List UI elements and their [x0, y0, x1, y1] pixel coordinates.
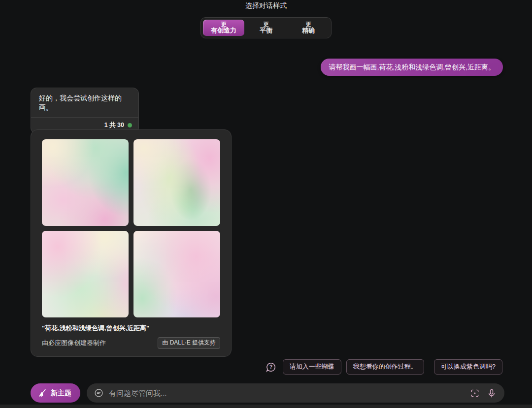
bing-chat-app: 选择对话样式 更 有创造力 更 平衡 更 精确 请帮我画一幅画,荷花,浅粉和浅绿… [0, 0, 532, 408]
microphone-button[interactable] [486, 387, 498, 399]
new-topic-label: 新主题 [51, 389, 71, 398]
suggestion-chip-purple[interactable]: 可以换成紫色调吗? [434, 359, 502, 375]
suggestion-chip-butterflies[interactable]: 请加入一些蝴蝶 [283, 359, 341, 375]
svg-text:?: ? [269, 364, 272, 370]
microphone-icon [487, 388, 497, 398]
new-topic-button[interactable]: 新主题 [31, 383, 80, 403]
generated-image-1[interactable] [42, 139, 129, 226]
status-dot [128, 123, 132, 127]
tab-creative-label: 有创造力 [211, 27, 236, 34]
help-button[interactable]: ? [266, 362, 276, 373]
generated-image-2[interactable] [133, 139, 220, 226]
tab-balanced[interactable]: 更 平衡 [245, 20, 287, 36]
tab-creative[interactable]: 更 有创造力 [203, 20, 244, 36]
help-bubble-icon: ? [266, 362, 276, 373]
bot-message-text: 好的，我会尝试创作这样的画。 [31, 88, 138, 117]
dalle-badge: 由 DALL·E 提供支持 [158, 337, 220, 349]
tab-precise[interactable]: 更 精确 [288, 20, 329, 36]
generated-image-4[interactable] [133, 231, 220, 317]
suggestion-chips-row: ? 请加入一些蝴蝶 我想看你的创作过程。 可以换成紫色调吗? [266, 359, 502, 375]
attribution-text: 由必应图像创建器制作 [42, 339, 106, 347]
suggestion-chip-process[interactable]: 我想看你的创作过程。 [346, 359, 424, 375]
bot-message-bubble: 好的，我会尝试创作这样的画。 1 共 30 [31, 88, 139, 134]
generated-image-grid [42, 139, 220, 317]
generated-image-3[interactable] [42, 231, 129, 317]
user-message-bubble: 请帮我画一幅画,荷花,浅粉和浅绿色调,曾创兴,近距离。 [321, 59, 503, 76]
bottom-edge [0, 405, 532, 408]
broom-icon [37, 388, 47, 398]
conversation-style-selector: 更 有创造力 更 平衡 更 精确 [200, 17, 332, 38]
tab-precise-label: 精确 [302, 27, 315, 34]
visual-search-icon [470, 388, 480, 398]
image-result-card: "荷花,浅粉和浅绿色调,曾创兴,近距离" 由必应图像创建器制作 由 DALL·E… [31, 129, 232, 357]
visual-search-button[interactable] [469, 387, 481, 399]
chat-bubble-icon [94, 388, 104, 398]
page-title: 选择对话样式 [0, 1, 532, 10]
image-caption: "荷花,浅粉和浅绿色调,曾创兴,近距离" [42, 324, 220, 333]
message-input[interactable] [109, 389, 464, 397]
chat-input-bar[interactable] [87, 383, 504, 403]
tab-balanced-label: 平衡 [260, 27, 272, 34]
message-counter: 1 共 30 [104, 121, 124, 129]
attribution-row: 由必应图像创建器制作 由 DALL·E 提供支持 [42, 337, 220, 349]
